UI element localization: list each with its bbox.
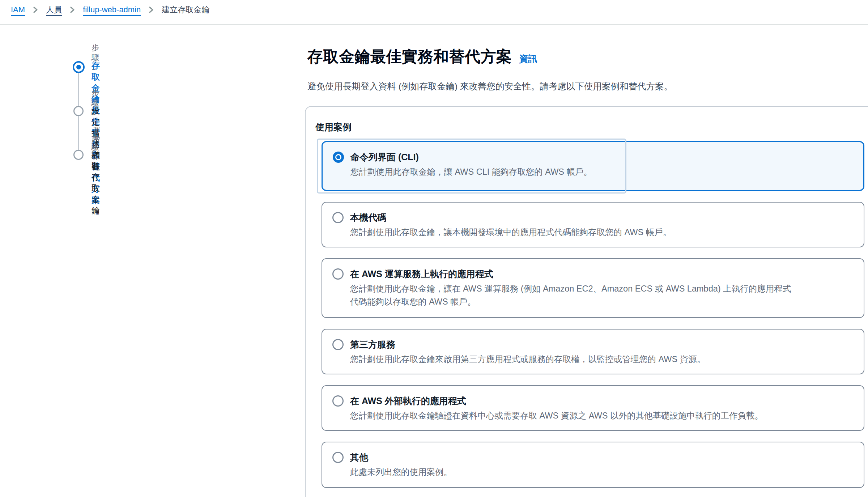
use-case-label: 使用案例 [315, 121, 868, 133]
breadcrumb-link-user-fillup-web-admin[interactable]: fillup-web-admin [83, 5, 141, 14]
option-description: 您計劃使用此存取金鑰，讓 AWS CLI 能夠存取您的 AWS 帳戶。 [350, 165, 592, 178]
chevron-right-icon [33, 6, 38, 14]
step1-radio-active-icon [73, 61, 85, 73]
radio-unselected-icon[interactable] [332, 452, 344, 463]
use-case-container: 使用案例 命令列界面 (CLI) 您計劃使用此存取金鑰，讓 AWS CLI 能夠… [305, 106, 868, 497]
chevron-right-icon [149, 6, 154, 14]
page-description: 避免使用長期登入資料 (例如存取金鑰) 來改善您的安全性。請考慮以下使用案例和替… [307, 80, 673, 92]
use-case-option-third-party[interactable]: 第三方服務 您計劃使用此存取金鑰來啟用第三方應用程式或服務的存取權，以監控或管理… [322, 329, 864, 374]
option-description-line2: 代碼能夠以存取您的 AWS 帳戶。 [350, 295, 791, 308]
breadcrumb: IAM 人員 fillup-web-admin 建立存取金鑰 [11, 4, 209, 15]
option-title: 第三方服務 [350, 338, 705, 351]
info-link[interactable]: 資訊 [519, 53, 537, 65]
use-case-option-outside-aws[interactable]: 在 AWS 外部執行的應用程式 您計劃使用此存取金鑰驗證在資料中心或需要存取 A… [322, 385, 864, 431]
page-title: 存取金鑰最佳實務和替代方案 [307, 46, 512, 67]
use-case-options: 命令列界面 (CLI) 您計劃使用此存取金鑰，讓 AWS CLI 能夠存取您的 … [322, 138, 864, 488]
option-title: 在 AWS 運算服務上執行的應用程式 [350, 268, 791, 280]
step3-radio-pending-icon [73, 150, 84, 160]
header-divider [0, 24, 868, 25]
option-title: 其他 [350, 451, 452, 463]
option-title: 命令列界面 (CLI) [350, 151, 592, 163]
option-description: 此處未列出您的使用案例。 [350, 466, 452, 479]
step2-radio-pending-icon [73, 106, 84, 116]
use-case-option-other[interactable]: 其他 此處未列出您的使用案例。 [322, 442, 864, 488]
breadcrumb-current-page: 建立存取金鑰 [162, 4, 209, 15]
step3-title: 擷取存取金鑰 [92, 149, 100, 216]
breadcrumb-link-iam[interactable]: IAM [11, 5, 25, 14]
radio-unselected-icon[interactable] [332, 212, 344, 223]
use-case-option-cli[interactable]: 命令列界面 (CLI) 您計劃使用此存取金鑰，讓 AWS CLI 能夠存取您的 … [322, 141, 864, 191]
option-description: 您計劃使用此存取金鑰驗證在資料中心或需要存取 AWS 資源之 AWS 以外的其他… [350, 409, 763, 422]
use-case-option-aws-compute[interactable]: 在 AWS 運算服務上執行的應用程式 您計劃使用此存取金鑰，讓在 AWS 運算服… [322, 258, 864, 318]
radio-unselected-icon[interactable] [332, 268, 344, 280]
option-description: 您計劃使用此存取金鑰，讓在 AWS 運算服務 (例如 Amazon EC2、Am… [350, 282, 791, 295]
radio-unselected-icon[interactable] [332, 339, 344, 350]
option-title: 本機代碼 [350, 211, 671, 224]
chevron-right-icon [70, 6, 75, 14]
option-description: 您計劃使用此存取金鑰來啟用第三方應用程式或服務的存取權，以監控或管理您的 AWS… [350, 353, 705, 366]
option-description: 您計劃使用此存取金鑰，讓本機開發環境中的應用程式代碼能夠存取您的 AWS 帳戶。 [350, 226, 671, 239]
create-access-key-page: IAM 人員 fillup-web-admin 建立存取金鑰 步驟 1 存取金鑰… [0, 0, 868, 497]
radio-selected-icon[interactable] [333, 152, 344, 163]
breadcrumb-link-users[interactable]: 人員 [46, 4, 62, 15]
option-title: 在 AWS 外部執行的應用程式 [350, 395, 763, 407]
radio-unselected-icon[interactable] [332, 395, 344, 407]
use-case-option-local-code[interactable]: 本機代碼 您計劃使用此存取金鑰，讓本機開發環境中的應用程式代碼能夠存取您的 AW… [322, 202, 864, 247]
